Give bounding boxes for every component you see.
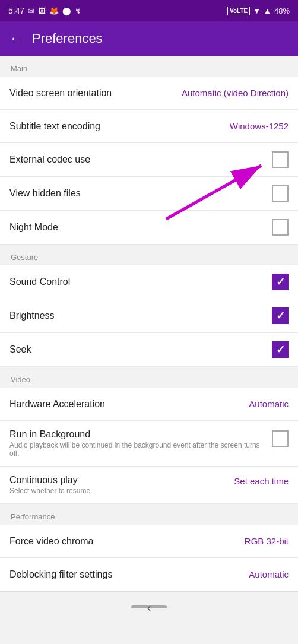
checkbox-night-mode[interactable] (272, 219, 289, 236)
circle-icon: ⬤ (62, 7, 71, 15)
setting-row-sound-control[interactable]: Sound Control (0, 265, 298, 299)
setting-row-video-screen-orientation[interactable]: Video screen orientation Automatic (vide… (0, 77, 298, 110)
setting-label-subtitle-text-encoding: Subtitle text encoding (9, 121, 230, 132)
setting-row-external-codec-use[interactable]: External codec use (0, 143, 298, 177)
setting-row-night-mode[interactable]: Night Mode (0, 211, 298, 245)
back-button[interactable]: ← (9, 31, 23, 46)
setting-row-view-hidden-files[interactable]: View hidden files (0, 177, 298, 211)
setting-row-hardware-acceleration[interactable]: Hardware Acceleration Automatic (0, 388, 298, 421)
setting-value-continuous-play: Set each time (234, 476, 289, 486)
mail-icon: ✉ (28, 7, 34, 15)
setting-row-brightness[interactable]: Brightness (0, 299, 298, 333)
photo-icon: 🖼 (38, 7, 46, 15)
status-bar: 5:47 ✉ 🖼 🦊 ⬤ ↯ VoLTE ▼ ▲ 48% (0, 0, 298, 21)
section-header-performance: Performance (0, 504, 298, 525)
setting-row-force-video-chroma[interactable]: Force video chroma RGB 32-bit (0, 525, 298, 558)
status-indicators: VoLTE ▼ ▲ 48% (227, 7, 290, 15)
checkbox-brightness[interactable] (272, 307, 289, 324)
nav-back-button[interactable]: ‹ (147, 601, 151, 614)
toolbar: ← Preferences (0, 21, 298, 56)
setting-label-run-in-background: Run in Background Audio playback will be… (9, 429, 272, 458)
firefox-icon: 🦊 (49, 7, 59, 15)
arrow-icon: ↯ (75, 7, 81, 15)
setting-value-video-screen-orientation: Automatic (video Direction) (182, 88, 289, 98)
checkbox-run-in-background[interactable] (272, 430, 289, 447)
settings-content: Main Video screen orientation Automatic … (0, 56, 298, 591)
volte-label: VoLTE (227, 7, 250, 15)
setting-value-deblocking-filter-settings: Automatic (249, 569, 289, 579)
setting-label-deblocking-filter-settings: Deblocking filter settings (9, 569, 249, 580)
setting-main-label-continuous-play: Continuous play (9, 475, 228, 486)
setting-main-label-run-in-background: Run in Background (9, 429, 266, 440)
page-title: Preferences (32, 31, 103, 46)
setting-label-continuous-play: Continuous play Select whether to resume… (9, 475, 234, 495)
bottom-nav: ‹ (0, 591, 298, 622)
setting-label-night-mode: Night Mode (9, 222, 272, 233)
setting-label-force-video-chroma: Force video chroma (9, 536, 245, 547)
checkbox-external-codec-use[interactable] (272, 151, 289, 168)
setting-sub-label-run-in-background: Audio playback will be continued in the … (9, 441, 266, 458)
setting-row-seek[interactable]: Seek (0, 333, 298, 367)
section-header-main: Main (0, 56, 298, 77)
setting-label-external-codec-use: External codec use (9, 154, 272, 165)
setting-value-subtitle-text-encoding: Windows-1252 (230, 121, 289, 131)
setting-value-hardware-acceleration: Automatic (249, 399, 289, 409)
checkbox-seek[interactable] (272, 341, 289, 358)
setting-label-hardware-acceleration: Hardware Acceleration (9, 399, 249, 410)
setting-row-deblocking-filter-settings[interactable]: Deblocking filter settings Automatic (0, 558, 298, 591)
checkbox-sound-control[interactable] (272, 274, 289, 290)
setting-row-run-in-background[interactable]: Run in Background Audio playback will be… (0, 421, 298, 467)
setting-label-seek: Seek (9, 344, 272, 355)
status-time: 5:47 ✉ 🖼 🦊 ⬤ ↯ (8, 6, 81, 15)
setting-label-view-hidden-files: View hidden files (9, 188, 272, 199)
setting-label-brightness: Brightness (9, 310, 272, 321)
section-header-gesture: Gesture (0, 245, 298, 265)
section-header-video: Video (0, 367, 298, 388)
checkbox-view-hidden-files[interactable] (272, 185, 289, 202)
setting-label-video-screen-orientation: Video screen orientation (9, 88, 182, 99)
signal-icon: ▲ (264, 7, 271, 15)
setting-value-force-video-chroma: RGB 32-bit (245, 536, 289, 546)
setting-row-subtitle-text-encoding[interactable]: Subtitle text encoding Windows-1252 (0, 110, 298, 143)
battery-label: 48% (274, 7, 290, 15)
time-label: 5:47 (8, 6, 24, 15)
setting-row-continuous-play[interactable]: Continuous play Select whether to resume… (0, 467, 298, 504)
wifi-icon: ▼ (253, 7, 261, 15)
setting-sub-label-continuous-play: Select whether to resume. (9, 487, 228, 495)
setting-label-sound-control: Sound Control (9, 277, 272, 287)
